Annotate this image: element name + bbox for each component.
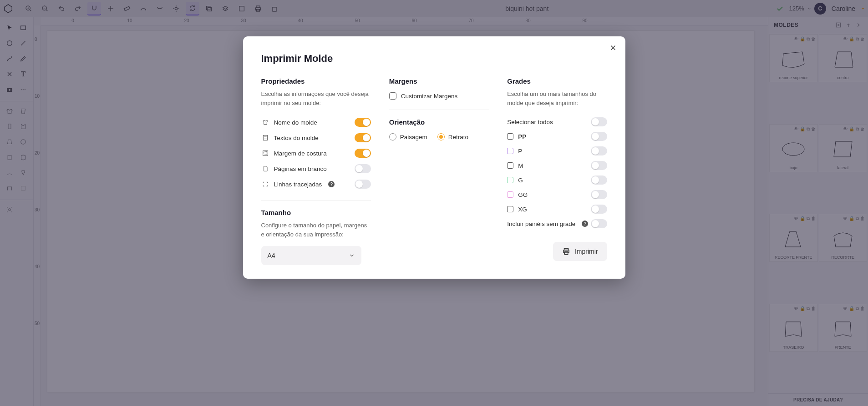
grade-swatch bbox=[507, 133, 513, 140]
property-toggle[interactable] bbox=[355, 149, 371, 158]
orientation-landscape-radio[interactable]: Paisagem bbox=[389, 133, 427, 140]
property-row: Textos do molde bbox=[261, 130, 371, 145]
printer-icon bbox=[562, 247, 570, 256]
margins-heading: Margens bbox=[389, 77, 489, 85]
grade-toggle[interactable] bbox=[591, 205, 607, 214]
grade-label: XG bbox=[518, 206, 527, 213]
property-toggle[interactable] bbox=[355, 164, 371, 173]
grade-toggle[interactable] bbox=[591, 175, 607, 185]
include-no-grade-row[interactable]: Incluir painéis sem grade? bbox=[507, 216, 607, 231]
grade-row[interactable]: PP bbox=[507, 129, 607, 144]
print-button[interactable]: Imprimir bbox=[553, 242, 607, 261]
help-icon[interactable]: ? bbox=[328, 181, 335, 187]
close-icon bbox=[609, 44, 617, 52]
grade-label: PP bbox=[518, 133, 526, 140]
customize-margins-checkbox[interactable]: Customizar Margens bbox=[389, 90, 489, 101]
property-row: Páginas em branco bbox=[261, 161, 371, 176]
grades-heading: Grades bbox=[507, 77, 607, 85]
chevron-down-icon bbox=[349, 252, 355, 259]
size-heading: Tamanho bbox=[261, 209, 371, 216]
modal-title: Imprimir Molde bbox=[261, 53, 607, 65]
landscape-label: Paisagem bbox=[400, 134, 427, 140]
radio-icon bbox=[437, 133, 445, 140]
modal-overlay: Imprimir Molde Propriedades Escolha as i… bbox=[0, 0, 868, 406]
print-button-label: Imprimir bbox=[575, 248, 598, 255]
svg-rect-48 bbox=[263, 135, 267, 140]
grade-swatch bbox=[507, 206, 513, 212]
grade-toggle[interactable] bbox=[591, 132, 607, 141]
props-heading: Propriedades bbox=[261, 77, 371, 85]
grade-swatch bbox=[507, 191, 513, 198]
customize-margins-label: Customizar Margens bbox=[401, 93, 458, 100]
grade-label: GG bbox=[518, 191, 528, 198]
grade-toggle[interactable] bbox=[591, 190, 607, 199]
include-no-grade-label: Incluir painéis sem grade bbox=[507, 221, 575, 227]
grade-label: G bbox=[518, 177, 523, 184]
orientation-heading: Orientação bbox=[389, 118, 489, 126]
help-icon[interactable]: ? bbox=[582, 221, 588, 227]
property-toggle[interactable] bbox=[355, 180, 371, 189]
property-icon bbox=[261, 165, 269, 173]
property-icon bbox=[261, 180, 269, 188]
property-label: Textos do molde bbox=[274, 135, 319, 141]
grade-row[interactable]: XG bbox=[507, 202, 607, 216]
paper-size-select[interactable]: A4 bbox=[261, 246, 361, 265]
property-row: Margem de costura bbox=[261, 145, 371, 161]
property-icon bbox=[261, 149, 269, 157]
property-icon bbox=[261, 134, 269, 142]
property-icon bbox=[261, 118, 269, 126]
property-label: Margem de costura bbox=[274, 150, 327, 157]
grade-toggle[interactable] bbox=[591, 161, 607, 170]
orientation-portrait-radio[interactable]: Retrato bbox=[437, 133, 468, 140]
grade-label: P bbox=[518, 148, 522, 155]
radio-icon bbox=[389, 133, 396, 140]
props-desc: Escolha as informações que você deseja i… bbox=[261, 90, 371, 107]
select-all-label: Selecionar todos bbox=[507, 119, 553, 125]
portrait-label: Retrato bbox=[448, 134, 468, 140]
grades-desc: Escolha um ou mais tamanhos do molde que… bbox=[507, 90, 607, 107]
grade-swatch bbox=[507, 177, 513, 183]
grade-label: M bbox=[518, 162, 523, 169]
paper-size-value: A4 bbox=[268, 252, 275, 259]
grade-row[interactable]: M bbox=[507, 158, 607, 173]
property-toggle[interactable] bbox=[355, 133, 371, 142]
property-toggle[interactable] bbox=[355, 118, 371, 127]
grade-row[interactable]: G bbox=[507, 173, 607, 187]
property-row: Linhas tracejadas ? bbox=[261, 176, 371, 192]
close-button[interactable] bbox=[609, 44, 617, 52]
select-all-row[interactable]: Selecionar todos bbox=[507, 115, 607, 129]
select-all-toggle[interactable] bbox=[591, 117, 607, 126]
property-label: Linhas tracejadas bbox=[274, 181, 322, 188]
grade-row[interactable]: GG bbox=[507, 187, 607, 202]
svg-rect-52 bbox=[264, 152, 267, 155]
checkbox-icon bbox=[389, 92, 396, 100]
property-label: Nome do molde bbox=[274, 119, 317, 126]
property-label: Páginas em branco bbox=[274, 165, 327, 172]
include-no-grade-toggle[interactable] bbox=[591, 219, 607, 228]
grade-toggle[interactable] bbox=[591, 146, 607, 155]
size-desc: Configure o tamanho do papel, margens e … bbox=[261, 221, 371, 239]
grade-swatch bbox=[507, 162, 513, 169]
print-modal: Imprimir Molde Propriedades Escolha as i… bbox=[243, 36, 625, 279]
property-row: Nome do molde bbox=[261, 115, 371, 130]
grade-row[interactable]: P bbox=[507, 144, 607, 158]
grade-swatch bbox=[507, 148, 513, 154]
